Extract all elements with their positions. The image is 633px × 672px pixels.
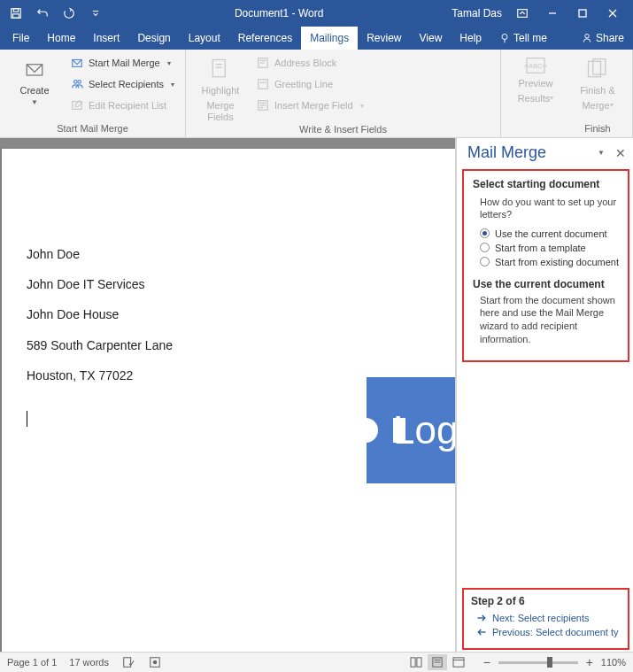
svg-rect-2	[13, 14, 19, 18]
chevron-down-icon: ▾	[167, 59, 171, 67]
svg-point-37	[153, 660, 157, 664]
close-icon[interactable]	[598, 3, 628, 24]
quick-access-toolbar	[5, 3, 106, 24]
address-block-button: Address Block	[253, 53, 367, 73]
subsection-desc: Start from the document shown here and u…	[480, 294, 622, 346]
section-question: How do you want to set up your letters?	[480, 196, 622, 221]
tab-references[interactable]: References	[229, 27, 301, 50]
word-count[interactable]: 17 words	[69, 657, 109, 668]
zoom-slider-thumb[interactable]	[547, 657, 552, 668]
group-label	[508, 123, 563, 135]
start-mail-merge-label: Start Mail Merge	[89, 58, 160, 68]
page-indicator[interactable]: Page 1 of 1	[7, 657, 57, 668]
chevron-down-icon: ▾	[550, 94, 553, 103]
undo-icon[interactable]	[32, 3, 53, 24]
tab-insert[interactable]: Insert	[84, 27, 128, 50]
save-icon[interactable]	[5, 3, 27, 24]
minimize-icon[interactable]	[537, 3, 567, 24]
preview-results-button: ‹‹ABC›› Preview Results▾	[508, 53, 563, 104]
document-title: Document1 - Word	[106, 7, 452, 19]
read-mode-icon[interactable]	[406, 654, 426, 670]
document-pane[interactable]: John Doe John Doe IT Services John Doe H…	[0, 138, 456, 652]
group-label: Start Mail Merge	[7, 123, 178, 135]
tab-view[interactable]: View	[411, 27, 452, 50]
svg-text:‹‹ABC››: ‹‹ABC››	[524, 62, 547, 70]
web-layout-icon[interactable]	[449, 654, 468, 670]
svg-rect-1	[13, 9, 18, 12]
next-step-link[interactable]: Next: Select recipients	[476, 613, 624, 623]
redo-icon[interactable]	[58, 3, 80, 24]
finish-merge-button: Finish & Merge▾	[570, 53, 625, 112]
greeting-line-label: Greeting Line	[274, 79, 333, 89]
group-finish: Finish & Merge▾ Finish	[563, 50, 633, 137]
zoom-slider[interactable]	[498, 661, 578, 664]
tab-tellme-label: Tell me	[513, 32, 547, 44]
svg-rect-17	[212, 60, 225, 77]
select-recipients-button[interactable]: Select Recipients▾	[67, 74, 178, 94]
address-block-label: Address Block	[274, 58, 336, 68]
section-heading: Select starting document	[473, 178, 622, 190]
ribbon-tabs: File Home Insert Design Layout Reference…	[0, 27, 633, 50]
svg-rect-43	[453, 658, 464, 667]
logo-shape[interactable]: Log	[367, 377, 456, 483]
tab-review[interactable]: Review	[358, 27, 410, 50]
tab-design[interactable]: Design	[128, 27, 179, 50]
svg-rect-23	[259, 80, 268, 89]
task-pane-close-icon[interactable]: ✕	[615, 146, 626, 160]
finish-l1: Finish &	[580, 85, 615, 97]
chevron-down-icon: ▼	[31, 98, 38, 107]
chevron-down-icon: ▾	[171, 81, 174, 89]
preview-l1: Preview	[518, 78, 552, 89]
tab-layout[interactable]: Layout	[180, 27, 229, 50]
spellcheck-icon[interactable]	[121, 655, 135, 669]
task-pane-header: Mail Merge ▼ ✕	[457, 138, 633, 169]
radio-icon	[480, 257, 490, 266]
start-mail-merge-button[interactable]: Start Mail Merge▾	[67, 53, 178, 73]
radio-icon	[480, 243, 490, 252]
print-layout-icon[interactable]	[428, 654, 447, 670]
radio-label: Start from existing document	[495, 257, 619, 267]
radio-icon	[480, 228, 490, 238]
chevron-down-icon: ▾	[360, 102, 364, 110]
macro-record-icon[interactable]	[148, 655, 162, 669]
zoom-out-button[interactable]: −	[481, 655, 493, 669]
user-name[interactable]: Tamal Das	[452, 7, 502, 19]
radio-from-template[interactable]: Start from a template	[480, 243, 622, 253]
highlight-merge-fields-button: Highlight Merge Fields	[193, 53, 248, 124]
view-buttons	[406, 654, 468, 670]
ribbon: Create ▼ Start Mail Merge▾ Select Recipi…	[0, 50, 633, 138]
tab-home[interactable]: Home	[38, 27, 84, 50]
group-write-insert-fields: Highlight Merge Fields Address Block Gre…	[186, 50, 501, 137]
create-button[interactable]: Create ▼	[7, 53, 62, 107]
edit-recipient-list-button: Edit Recipient List	[67, 96, 178, 115]
prev-label: Previous: Select document ty	[492, 627, 618, 637]
previous-step-link[interactable]: Previous: Select document ty	[476, 627, 624, 637]
step-indicator: Step 2 of 6	[471, 595, 624, 607]
highlight-l1: Highlight	[202, 85, 240, 97]
radio-from-existing[interactable]: Start from existing document	[480, 257, 622, 267]
tab-share-label: Share	[596, 32, 624, 44]
task-pane-menu-icon[interactable]: ▼	[598, 149, 605, 157]
svg-rect-4	[518, 10, 528, 18]
insert-merge-field-button: Insert Merge Field▾	[253, 96, 367, 115]
tab-share[interactable]: Share	[573, 27, 633, 50]
tab-help[interactable]: Help	[451, 27, 490, 50]
doc-line: 589 South Carpenter Lane	[27, 337, 456, 353]
tab-tellme[interactable]: Tell me	[490, 27, 556, 50]
radio-label: Use the current document	[495, 228, 607, 239]
task-pane-body: Select starting document How do you want…	[457, 169, 633, 652]
tab-mailings[interactable]: Mailings	[301, 27, 358, 50]
svg-point-9	[502, 35, 507, 40]
zoom-in-button[interactable]: +	[583, 655, 596, 669]
maximize-icon[interactable]	[567, 3, 598, 24]
radio-current-document[interactable]: Use the current document	[480, 228, 622, 239]
zoom-level[interactable]: 110%	[601, 657, 626, 668]
tab-file[interactable]: File	[4, 27, 38, 50]
ribbon-display-icon[interactable]	[507, 3, 537, 24]
insert-merge-field-label: Insert Merge Field	[274, 100, 353, 111]
logo-text: Log	[393, 408, 456, 452]
qat-customize-icon[interactable]	[85, 3, 106, 24]
svg-rect-39	[417, 658, 421, 667]
greeting-line-button: Greeting Line	[253, 74, 367, 94]
next-label: Next: Select recipients	[492, 613, 589, 623]
